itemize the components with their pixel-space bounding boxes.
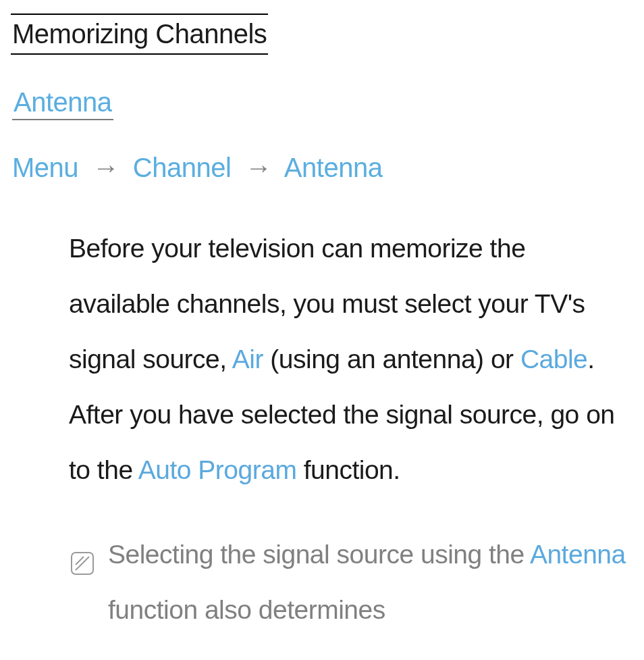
breadcrumb-item-channel: Channel [133, 153, 232, 182]
page-title: Memorizing Channels [11, 14, 268, 55]
body-paragraph: Before your television can memorize the … [69, 221, 626, 497]
note-paragraph: Selecting the signal source using the An… [69, 527, 626, 638]
note-icon [69, 540, 96, 567]
breadcrumb-separator: → [245, 153, 272, 182]
term-cable: Cable [520, 345, 587, 374]
term-antenna: Antenna [530, 540, 626, 569]
breadcrumb-separator: → [92, 153, 119, 182]
body-text: (using an antenna) or [263, 345, 520, 374]
breadcrumb-item-antenna: Antenna [284, 153, 383, 182]
breadcrumb: Menu → Channel → Antenna [12, 153, 633, 183]
section-heading: Antenna [12, 87, 113, 120]
term-auto-program: Auto Program [138, 455, 297, 484]
note-text: Selecting the signal source using the [108, 540, 530, 569]
note-text: function also determines [108, 595, 385, 624]
breadcrumb-item-menu: Menu [12, 153, 78, 182]
body-text: function. [296, 455, 400, 484]
term-air: Air [232, 345, 263, 374]
